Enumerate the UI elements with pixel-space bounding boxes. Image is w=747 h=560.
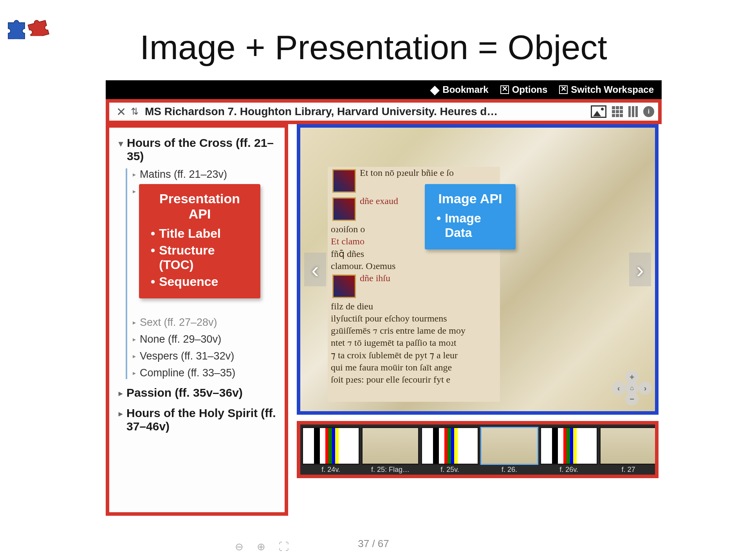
callout-item: Title Label xyxy=(151,226,252,241)
options-icon xyxy=(500,85,509,94)
caret-right-icon: ▸ xyxy=(133,369,136,377)
switch-icon xyxy=(559,85,568,94)
thumbnail-label: f. 26v. xyxy=(540,465,598,475)
options-button[interactable]: Options xyxy=(500,84,548,95)
callout-title: Image API xyxy=(433,191,507,206)
presentation-api-callout: Presentation API Title LabelStructure (T… xyxy=(139,184,260,298)
pan-left-button[interactable]: ‹ xyxy=(612,381,625,395)
toc-sidebar: ▾Hours of the Cross (ff. 21–35) ▸Matins … xyxy=(106,124,288,516)
slide-title: Image + Presentation = Object xyxy=(0,27,747,67)
info-icon[interactable]: i xyxy=(643,106,654,117)
thumbnail-label: f. 25v. xyxy=(421,465,479,475)
toc-item[interactable]: ▸Matins (ff. 21–23v) xyxy=(133,168,278,181)
switch-workspace-button[interactable]: Switch Workspace xyxy=(559,84,654,95)
grid-view-icon[interactable] xyxy=(612,106,623,117)
caret-down-icon: ▾ xyxy=(119,139,123,163)
thumbnail-strip[interactable]: f. 24v.f. 25: Flag…f. 25v.f. 26.f. 26v.f… xyxy=(297,421,659,478)
callout-item: Structure (TOC) xyxy=(151,243,252,272)
toc-section[interactable]: ▸Hours of the Holy Spirit (ff. 37–46v) xyxy=(119,406,278,433)
thumbnail-image xyxy=(302,427,360,465)
thumbnail-label: f. 25: Flag… xyxy=(361,465,419,475)
prev-page-button[interactable]: ‹ xyxy=(304,253,326,286)
thumbnail[interactable]: f. 27 xyxy=(599,427,657,475)
caret-right-icon: ▸ xyxy=(119,388,123,398)
zoom-out-icon[interactable]: ⊖ xyxy=(235,541,244,553)
thumbnail[interactable]: f. 26v. xyxy=(540,427,598,475)
caret-right-icon: ▸ xyxy=(133,352,136,360)
callout-title: Presentation API xyxy=(148,191,252,222)
thumbnail-image xyxy=(361,427,419,465)
image-api-callout: Image API Image Data xyxy=(425,184,516,249)
thumbnail-image xyxy=(540,427,598,465)
thumbnail[interactable]: f. 26. xyxy=(480,427,538,475)
thumbnail-label: f. 27 xyxy=(599,465,657,475)
thumbnail-image xyxy=(480,427,538,465)
title-bar: ✕ ⇅ MS Richardson 7. Houghton Library, H… xyxy=(106,99,662,124)
thumbnail-label: f. 24v. xyxy=(302,465,360,475)
reorder-icon[interactable]: ⇅ xyxy=(131,106,139,117)
caret-right-icon: ▸ xyxy=(133,319,136,326)
thumbnail-image xyxy=(599,427,657,465)
close-icon[interactable]: ✕ xyxy=(116,105,126,119)
thumbnail[interactable]: f. 24v. xyxy=(302,427,360,475)
viewer-topbar: ◆Bookmark Options Switch Workspace xyxy=(106,80,662,99)
slide-controls: ⊖ ⊕ ⛶ xyxy=(235,541,289,553)
callout-item: Image Data xyxy=(437,211,507,240)
toc-section[interactable]: ▾Hours of the Cross (ff. 21–35) xyxy=(119,136,278,163)
toc-section[interactable]: ▸Passion (ff. 35v–36v) xyxy=(119,386,278,399)
caret-right-icon: ▸ xyxy=(133,188,136,195)
caret-right-icon: ▸ xyxy=(133,336,136,343)
toc-item[interactable]: ▸None (ff. 29–30v) xyxy=(133,333,278,345)
bookmark-button[interactable]: ◆Bookmark xyxy=(430,84,488,95)
manifest-title: MS Richardson 7. Houghton Library, Harva… xyxy=(145,105,591,118)
slide-number: 37 / 67 xyxy=(358,538,389,550)
zoom-in-icon[interactable]: ⊕ xyxy=(257,541,265,553)
book-view-icon[interactable] xyxy=(628,106,638,117)
next-page-button[interactable]: › xyxy=(629,253,651,286)
pan-right-button[interactable]: › xyxy=(639,381,652,395)
thumbnail[interactable]: f. 25: Flag… xyxy=(361,427,419,475)
toc-item[interactable]: ▸Vespers (ff. 31–32v) xyxy=(133,350,278,362)
zoom-out-button[interactable]: − xyxy=(625,392,639,406)
callout-item: Sequence xyxy=(151,275,252,289)
thumbnail-label: f. 26. xyxy=(480,465,538,475)
thumbnail[interactable]: f. 25v. xyxy=(421,427,479,475)
zoom-controls: + ‹ ⌂ › − xyxy=(614,370,650,406)
toc-item[interactable]: ▸Compline (ff. 33–35) xyxy=(133,367,278,379)
image-view-icon[interactable] xyxy=(591,105,606,118)
caret-right-icon: ▸ xyxy=(133,171,136,178)
fullscreen-icon[interactable]: ⛶ xyxy=(279,541,289,553)
viewer-container: ◆Bookmark Options Switch Workspace ✕ ⇅ M… xyxy=(102,80,669,521)
thumbnail-image xyxy=(421,427,479,465)
caret-right-icon: ▸ xyxy=(119,409,123,418)
image-viewport[interactable]: Et ton nō pꝛeulr bñie e ſo dñe exaud oꝛo… xyxy=(297,124,659,415)
toc-item[interactable]: ▸Sext (ff. 27–28v) xyxy=(133,316,278,329)
